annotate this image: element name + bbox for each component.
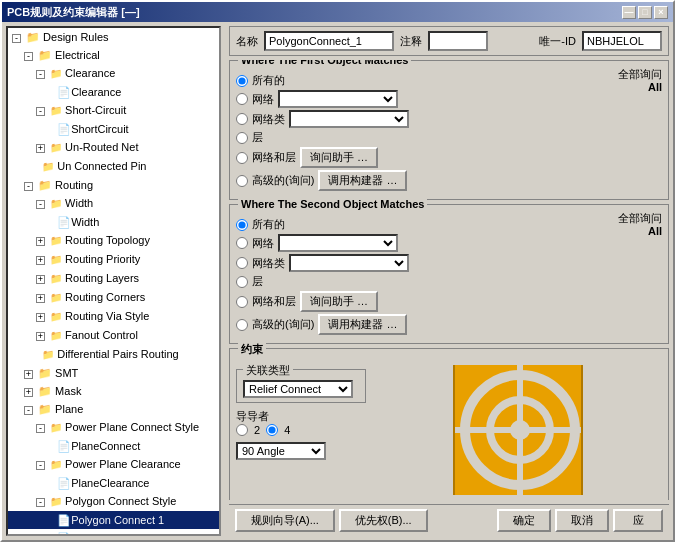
left-forms: Where The First Object Matches 全部询问 All … xyxy=(229,60,669,500)
toggle-polygon-style[interactable]: - xyxy=(36,498,45,507)
toggle-unrouted[interactable]: + xyxy=(36,144,45,153)
close-button[interactable]: × xyxy=(654,6,668,19)
connect-type-select[interactable]: Relief Connect Direct Connect No Connect xyxy=(243,380,353,398)
first-builder-btn[interactable]: 调用构建器 … xyxy=(318,170,407,191)
toggle-design-rules[interactable]: - xyxy=(12,34,21,43)
tree-item-planeclearance-leaf[interactable]: 📄PlaneClearance xyxy=(8,474,219,492)
second-network-select[interactable] xyxy=(278,234,398,252)
radio-second-layer[interactable] xyxy=(236,276,248,288)
toggle-routing-via[interactable]: + xyxy=(36,313,45,322)
radio-first-network[interactable] xyxy=(236,93,248,105)
radio-conductor-2[interactable] xyxy=(236,424,248,436)
tree-item-shortcircuit-branch[interactable]: - 📁 Short-Circuit xyxy=(8,101,219,120)
radio-second-all[interactable] xyxy=(236,219,248,231)
toggle-clearance[interactable]: - xyxy=(36,70,45,79)
label-conductor-2: 2 xyxy=(254,424,260,436)
radio-second-netclass[interactable] xyxy=(236,257,248,269)
second-query-btn[interactable]: 询问助手 … xyxy=(300,291,378,312)
toggle-mask[interactable]: + xyxy=(24,388,33,397)
tree-item-unrouted[interactable]: + 📁 Un-Routed Net xyxy=(8,138,219,157)
tree-item-width-leaf[interactable]: 📄Width xyxy=(8,213,219,231)
toggle-routing-topology[interactable]: + xyxy=(36,237,45,246)
radio-first-layer[interactable] xyxy=(236,132,248,144)
label-first-all: 所有的 xyxy=(252,73,285,88)
second-builder-btn[interactable]: 调用构建器 … xyxy=(318,314,407,335)
tree-item-polygon-connect-1[interactable]: 📄Polygon Connect 1 xyxy=(8,511,219,529)
first-netclass-select[interactable] xyxy=(289,110,409,128)
radio-first-advanced[interactable] xyxy=(236,175,248,187)
tree-item-mask[interactable]: + 📁 Mask xyxy=(8,382,219,400)
tree-item-diff-pairs[interactable]: 📁 Differential Pairs Routing xyxy=(8,345,219,364)
first-network-select[interactable] xyxy=(278,90,398,108)
toggle-routing[interactable]: - xyxy=(24,182,33,191)
doc-icon-planeclearance: 📄 xyxy=(57,477,71,489)
tree-item-routing-via[interactable]: + 📁 Routing Via Style xyxy=(8,307,219,326)
toggle-power-connect[interactable]: - xyxy=(36,424,45,433)
tree-item-shortcircuit-leaf[interactable]: 📄ShortCircuit xyxy=(8,120,219,138)
tree-item-routing-topology[interactable]: + 📁 Routing Topology xyxy=(8,231,219,250)
where-second-title: Where The Second Object Matches xyxy=(238,198,427,210)
toggle-routing-corners[interactable]: + xyxy=(36,294,45,303)
toggle-width[interactable]: - xyxy=(36,200,45,209)
tree-item-routing-layers[interactable]: + 📁 Routing Layers xyxy=(8,269,219,288)
tree-item-width-branch[interactable]: - 📁 Width xyxy=(8,194,219,213)
tree-item-power-clearance[interactable]: - 📁 Power Plane Clearance xyxy=(8,455,219,474)
tree-item-clearance-branch[interactable]: - 📁 Clearance xyxy=(8,64,219,83)
toggle-routing-priority[interactable]: + xyxy=(36,256,45,265)
label-first-layer: 层 xyxy=(252,130,263,145)
id-input[interactable] xyxy=(582,31,662,51)
angle-select[interactable]: 90 Angle 45 Angle Any Angle xyxy=(236,442,326,460)
material-input[interactable] xyxy=(428,31,488,51)
radio-conductor-4[interactable] xyxy=(266,424,278,436)
tree-item-power-connect[interactable]: - 📁 Power Plane Connect Style xyxy=(8,418,219,437)
priorities-button[interactable]: 优先权(B)... xyxy=(339,509,428,532)
radio-first-netclass[interactable] xyxy=(236,113,248,125)
folder-icon-polygon-style: 📁 xyxy=(50,496,62,507)
tree-item-electrical[interactable]: - 📁 Electrical xyxy=(8,46,219,64)
toggle-shortcircuit[interactable]: - xyxy=(36,107,45,116)
radio-second-netlayer[interactable] xyxy=(236,296,248,308)
radio-second-network[interactable] xyxy=(236,237,248,249)
folder-icon-routing-layers: 📁 xyxy=(50,273,62,284)
apply-button[interactable]: 应 xyxy=(613,509,663,532)
conductor-group: 导导者 2 4 xyxy=(236,409,366,436)
maximize-button[interactable]: □ xyxy=(638,6,652,19)
tree-item-plane[interactable]: - 📁 Plane xyxy=(8,400,219,418)
first-summary-value: All xyxy=(648,81,662,93)
prev-rule-button[interactable]: 规则向导(A)... xyxy=(235,509,335,532)
tree-item-unconnected[interactable]: 📁 Un Connected Pin xyxy=(8,157,219,176)
radio-second-advanced[interactable] xyxy=(236,319,248,331)
toggle-power-clearance[interactable]: - xyxy=(36,461,45,470)
toggle-smt[interactable]: + xyxy=(24,370,33,379)
ok-button[interactable]: 确定 xyxy=(497,509,551,532)
tree-item-fanout[interactable]: + 📁 Fanout Control xyxy=(8,326,219,345)
toggle-routing-layers[interactable]: + xyxy=(36,275,45,284)
radio-first-all[interactable] xyxy=(236,75,248,87)
name-input[interactable] xyxy=(264,31,394,51)
second-netclass-select[interactable] xyxy=(289,254,409,272)
toggle-electrical[interactable]: - xyxy=(24,52,33,61)
minimize-button[interactable]: — xyxy=(622,6,636,19)
folder-icon-electrical: 📁 xyxy=(38,49,52,61)
label-conductor-4: 4 xyxy=(284,424,290,436)
folder-icon-diff-pairs: 📁 xyxy=(42,349,54,360)
doc-icon-polygon-connect-star: 📄 xyxy=(57,532,71,536)
tree-item-polygon-style[interactable]: - 📁 Polygon Connect Style xyxy=(8,492,219,511)
radio-first-netlayer[interactable] xyxy=(236,152,248,164)
tree-item-smt[interactable]: + 📁 SMT xyxy=(8,364,219,382)
folder-icon-fanout: 📁 xyxy=(50,330,62,341)
tree-item-routing[interactable]: - 📁 Routing xyxy=(8,176,219,194)
tree-item-polygon-connect-star[interactable]: 📄Polygon Connect* xyxy=(8,529,219,536)
toggle-fanout[interactable]: + xyxy=(36,332,45,341)
tree-item-planeconnect-leaf[interactable]: 📄PlaneConnect xyxy=(8,437,219,455)
tree-item-routing-corners[interactable]: + 📁 Routing Corners xyxy=(8,288,219,307)
toggle-plane[interactable]: - xyxy=(24,406,33,415)
conductor-label: 导导者 xyxy=(236,409,366,424)
cancel-button[interactable]: 取消 xyxy=(555,509,609,532)
tree-item-routing-priority[interactable]: + 📁 Routing Priority xyxy=(8,250,219,269)
label-first-netlayer: 网络和层 xyxy=(252,150,296,165)
angle-group: 90 Angle 45 Angle Any Angle xyxy=(236,442,366,460)
first-query-btn[interactable]: 询问助手 … xyxy=(300,147,378,168)
tree-item-clearance-leaf[interactable]: 📄Clearance xyxy=(8,83,219,101)
tree-item-design-rules[interactable]: - 📁 Design Rules xyxy=(8,28,219,46)
